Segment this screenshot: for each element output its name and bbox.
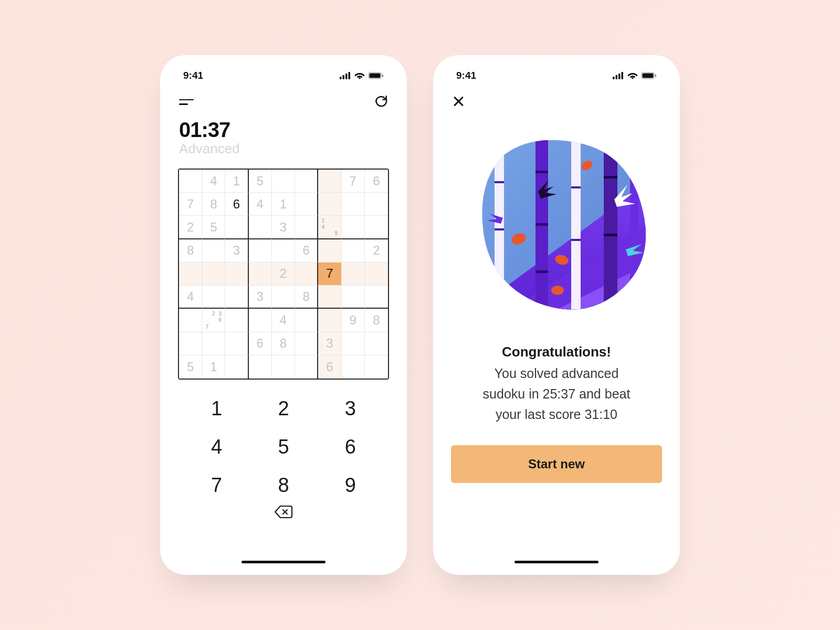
cell-1-3[interactable]: 4 [249, 193, 272, 216]
cell-3-6[interactable] [318, 239, 341, 262]
cell-0-4[interactable] [272, 170, 295, 193]
cell-1-4[interactable]: 1 [272, 193, 295, 216]
cell-2-1[interactable]: 5 [202, 216, 225, 239]
cell-8-6[interactable]: 6 [318, 355, 341, 379]
cell-5-2[interactable] [225, 286, 248, 309]
battery-icon [368, 72, 384, 79]
cell-7-8[interactable] [365, 332, 388, 355]
cell-1-1[interactable]: 8 [202, 193, 225, 216]
cell-1-7[interactable] [342, 193, 365, 216]
cell-1-8[interactable] [365, 193, 388, 216]
cell-7-1[interactable] [202, 332, 225, 355]
erase-icon[interactable] [274, 505, 293, 519]
cell-7-7[interactable] [342, 332, 365, 355]
cell-8-1[interactable]: 1 [202, 355, 225, 379]
cell-4-7[interactable] [342, 262, 365, 286]
cell-7-4[interactable]: 8 [272, 332, 295, 355]
cell-3-4[interactable] [272, 239, 295, 262]
cell-8-2[interactable] [225, 355, 248, 379]
cell-8-3[interactable] [249, 355, 272, 379]
cell-4-8[interactable] [365, 262, 388, 286]
key-1[interactable]: 1 [183, 391, 250, 426]
cell-5-8[interactable] [365, 286, 388, 309]
key-6[interactable]: 6 [317, 429, 384, 465]
cell-6-1[interactable]: 2367 [202, 309, 225, 332]
cell-5-4[interactable] [272, 286, 295, 309]
cell-4-6[interactable]: 7 [318, 262, 341, 286]
cell-6-7[interactable]: 9 [342, 309, 365, 332]
cell-5-3[interactable]: 3 [249, 286, 272, 309]
signal-icon [340, 72, 351, 79]
cell-5-1[interactable] [202, 286, 225, 309]
cell-5-7[interactable] [342, 286, 365, 309]
cell-2-0[interactable]: 2 [179, 216, 202, 239]
key-2[interactable]: 2 [250, 391, 317, 426]
cell-2-4[interactable]: 3 [272, 216, 295, 239]
cell-6-5[interactable] [295, 309, 318, 332]
cell-1-5[interactable] [295, 193, 318, 216]
refresh-icon[interactable] [374, 95, 388, 109]
cell-2-7[interactable] [342, 216, 365, 239]
cell-8-5[interactable] [295, 355, 318, 379]
cell-7-6[interactable]: 3 [318, 332, 341, 355]
cell-0-1[interactable]: 4 [202, 170, 225, 193]
cell-6-4[interactable]: 4 [272, 309, 295, 332]
cell-4-5[interactable] [295, 262, 318, 286]
cell-2-5[interactable] [295, 216, 318, 239]
cell-8-8[interactable] [365, 355, 388, 379]
cell-0-8[interactable]: 6 [365, 170, 388, 193]
status-time: 9:41 [183, 70, 203, 81]
key-9[interactable]: 9 [317, 468, 384, 503]
cell-4-1[interactable] [202, 262, 225, 286]
key-5[interactable]: 5 [250, 429, 317, 465]
cell-0-7[interactable]: 7 [342, 170, 365, 193]
cell-8-7[interactable] [342, 355, 365, 379]
cell-3-3[interactable] [249, 239, 272, 262]
cell-7-3[interactable]: 6 [249, 332, 272, 355]
cell-0-6[interactable] [318, 170, 341, 193]
cell-6-3[interactable] [249, 309, 272, 332]
cell-4-4[interactable]: 2 [272, 262, 295, 286]
cell-3-8[interactable]: 2 [365, 239, 388, 262]
cell-6-6[interactable] [318, 309, 341, 332]
cell-3-1[interactable] [202, 239, 225, 262]
cell-5-6[interactable] [318, 286, 341, 309]
cell-1-0[interactable]: 7 [179, 193, 202, 216]
timer-block: 01:37 Advanced [178, 109, 389, 161]
cell-2-6[interactable]: 149 [318, 216, 341, 239]
start-new-button[interactable]: Start new [451, 445, 662, 483]
cell-2-8[interactable] [365, 216, 388, 239]
cell-6-8[interactable]: 8 [365, 309, 388, 332]
close-icon[interactable] [452, 95, 465, 108]
key-8[interactable]: 8 [250, 468, 317, 503]
cell-0-0[interactable] [179, 170, 202, 193]
cell-0-2[interactable]: 1 [225, 170, 248, 193]
cell-2-3[interactable] [249, 216, 272, 239]
cell-3-5[interactable]: 6 [295, 239, 318, 262]
cell-2-2[interactable] [225, 216, 248, 239]
cell-5-0[interactable]: 4 [179, 286, 202, 309]
cell-0-3[interactable]: 5 [249, 170, 272, 193]
cell-3-0[interactable]: 8 [179, 239, 202, 262]
cell-6-2[interactable] [225, 309, 248, 332]
key-3[interactable]: 3 [317, 391, 384, 426]
cell-4-3[interactable] [249, 262, 272, 286]
wifi-icon [627, 72, 638, 79]
cell-1-2[interactable]: 6 [225, 193, 248, 216]
cell-3-7[interactable] [342, 239, 365, 262]
cell-0-5[interactable] [295, 170, 318, 193]
cell-4-2[interactable] [225, 262, 248, 286]
cell-8-4[interactable] [272, 355, 295, 379]
cell-8-0[interactable]: 5 [179, 355, 202, 379]
cell-5-5[interactable]: 8 [295, 286, 318, 309]
menu-icon[interactable] [179, 97, 194, 107]
cell-7-5[interactable] [295, 332, 318, 355]
key-7[interactable]: 7 [183, 468, 250, 503]
cell-3-2[interactable]: 3 [225, 239, 248, 262]
key-4[interactable]: 4 [183, 429, 250, 465]
cell-1-6[interactable] [318, 193, 341, 216]
cell-7-2[interactable] [225, 332, 248, 355]
cell-4-0[interactable] [179, 262, 202, 286]
cell-7-0[interactable] [179, 332, 202, 355]
cell-6-0[interactable] [179, 309, 202, 332]
